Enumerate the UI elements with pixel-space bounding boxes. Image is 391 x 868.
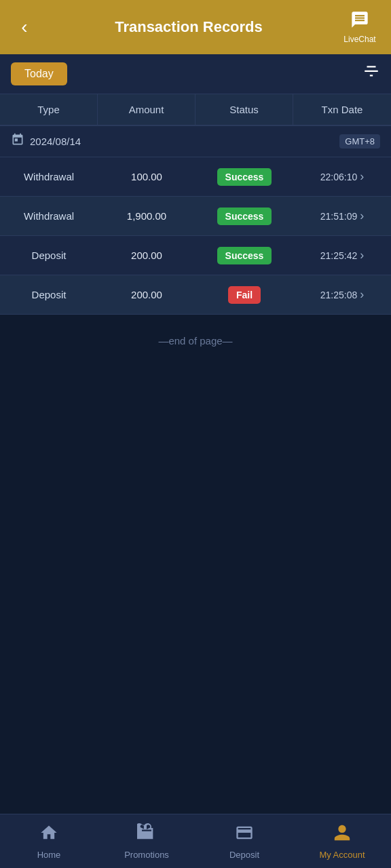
nav-home-label: Home <box>37 850 61 860</box>
nav-item-myaccount[interactable]: My Account <box>308 823 376 860</box>
page-title: Transaction Records <box>38 18 339 36</box>
calendar-icon <box>11 133 24 150</box>
txn-status: Fail <box>196 277 293 313</box>
txn-type: Withdrawal <box>0 161 98 192</box>
col-type: Type <box>0 94 98 125</box>
col-amount: Amount <box>98 94 196 125</box>
bottom-nav: Home Promotions Deposit My Account <box>0 814 391 868</box>
myaccount-icon <box>333 823 352 847</box>
txn-amount: 1,900.00 <box>98 201 196 231</box>
back-button[interactable]: ‹ <box>11 16 38 38</box>
nav-myaccount-label: My Account <box>319 850 365 860</box>
nav-item-promotions[interactable]: Promotions <box>113 823 181 860</box>
transaction-list: Withdrawal 100.00 Success 22:06:10 › Wit… <box>0 157 391 315</box>
timezone-badge: GMT+8 <box>339 134 380 149</box>
svg-rect-0 <box>141 831 152 838</box>
txn-amount: 200.00 <box>98 279 196 310</box>
txn-status: Success <box>196 159 293 195</box>
chevron-right-icon: › <box>360 248 364 262</box>
txn-type: Deposit <box>0 279 98 310</box>
filter-bar: Today <box>0 54 391 94</box>
txn-amount: 100.00 <box>98 161 196 192</box>
nav-item-deposit[interactable]: Deposit <box>210 823 278 860</box>
header: ‹ Transaction Records LiveChat <box>0 0 391 54</box>
txn-date: 21:25:42 › <box>293 239 391 272</box>
txn-status: Success <box>196 198 293 235</box>
nav-promotions-label: Promotions <box>124 850 169 860</box>
txn-date: 21:51:09 › <box>293 199 391 233</box>
livechat-label: LiveChat <box>343 35 375 44</box>
livechat-button[interactable]: LiveChat <box>339 10 380 44</box>
promotions-icon <box>137 823 156 847</box>
col-status: Status <box>196 94 293 125</box>
txn-status: Success <box>196 237 293 274</box>
table-row[interactable]: Deposit 200.00 Success 21:25:42 › <box>0 236 391 275</box>
date-value: 2024/08/14 <box>30 136 81 147</box>
table-row[interactable]: Withdrawal 100.00 Success 22:06:10 › <box>0 157 391 197</box>
home-icon <box>39 823 58 847</box>
txn-type: Withdrawal <box>0 201 98 231</box>
table-row[interactable]: Deposit 200.00 Fail 21:25:08 › <box>0 275 391 315</box>
txn-amount: 200.00 <box>98 240 196 271</box>
date-row-left: 2024/08/14 <box>11 133 81 150</box>
nav-deposit-label: Deposit <box>229 850 259 860</box>
end-of-page: —end of page— <box>0 315 391 367</box>
deposit-icon <box>235 823 254 847</box>
chevron-right-icon: › <box>360 170 364 184</box>
filter-icon[interactable] <box>362 63 380 85</box>
nav-item-home[interactable]: Home <box>15 823 83 860</box>
date-row: 2024/08/14 GMT+8 <box>0 126 391 157</box>
table-row[interactable]: Withdrawal 1,900.00 Success 21:51:09 › <box>0 197 391 236</box>
chevron-right-icon: › <box>360 209 364 223</box>
chevron-right-icon: › <box>360 288 364 302</box>
col-txndate: Txn Date <box>293 94 391 125</box>
txn-type: Deposit <box>0 240 98 271</box>
txn-date: 22:06:10 › <box>293 160 391 193</box>
txn-date: 21:25:08 › <box>293 278 391 311</box>
table-header: Type Amount Status Txn Date <box>0 94 391 126</box>
today-button[interactable]: Today <box>11 62 67 85</box>
livechat-icon <box>350 10 369 33</box>
